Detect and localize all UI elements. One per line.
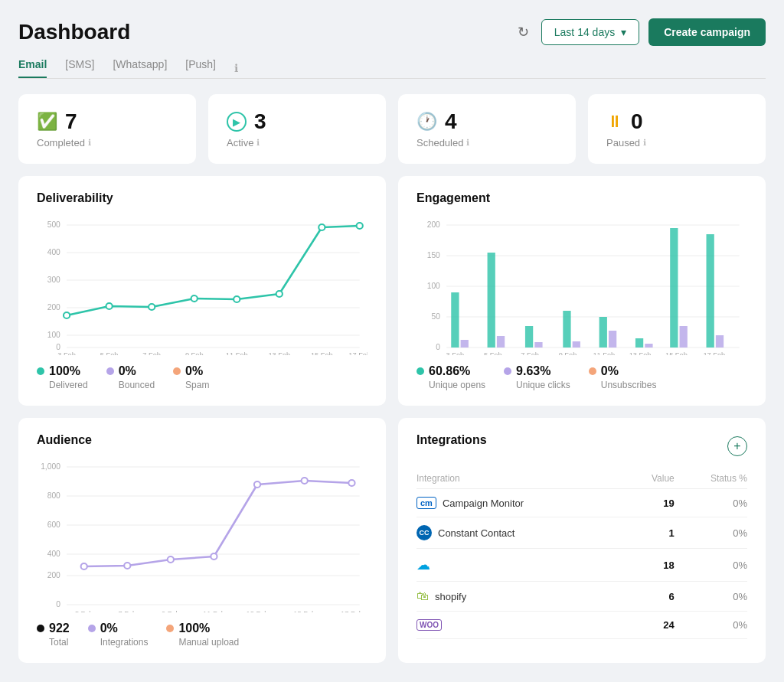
shopify-label: shopify <box>435 591 466 602</box>
tab-info-icon[interactable]: ℹ <box>234 62 238 74</box>
svg-point-16 <box>234 296 240 302</box>
svg-rect-48 <box>635 338 643 348</box>
integration-name-cc: CC Constant Contact <box>416 525 629 540</box>
svg-text:5 Feb: 5 Feb <box>100 351 119 355</box>
svg-text:17 Feb: 17 Feb <box>703 351 725 355</box>
svg-text:500: 500 <box>47 220 61 229</box>
unique-opens-dot <box>416 367 424 375</box>
sf-value: 18 <box>629 549 675 582</box>
svg-text:15 Feb: 15 Feb <box>311 351 333 355</box>
table-row: cm Campaign Monitor 19 0% <box>416 489 747 517</box>
manual-upload-dot <box>166 625 174 632</box>
svg-text:400: 400 <box>47 550 61 558</box>
paused-label: Paused ℹ <box>606 137 747 148</box>
legend-unique-opens: 60.86% Unique opens <box>416 364 485 390</box>
svg-text:200: 200 <box>427 220 441 229</box>
svg-point-12 <box>64 312 70 318</box>
svg-text:0: 0 <box>436 343 440 351</box>
svg-text:150: 150 <box>427 251 441 259</box>
svg-text:13 Feb: 13 Feb <box>268 351 290 355</box>
shopify-status: 0% <box>675 582 747 612</box>
create-campaign-button[interactable]: Create campaign <box>648 18 766 46</box>
svg-text:11 Feb: 11 Feb <box>593 351 615 355</box>
table-row: CC Constant Contact 1 0% <box>416 517 747 549</box>
svg-point-75 <box>124 563 130 569</box>
svg-rect-53 <box>716 335 724 348</box>
integration-name-sf: ☁ Salesforce <box>416 556 629 573</box>
active-value: 3 <box>254 109 266 134</box>
svg-point-77 <box>211 553 217 560</box>
cm-label: Campaign Monitor <box>443 498 524 509</box>
legend-integrations: 0% Integrations <box>88 622 149 648</box>
cm-logo-icon: cm <box>416 497 436 509</box>
integrations-card: Integrations + Integration Value Status … <box>398 418 766 663</box>
deliverability-chart: 500 400 300 200 100 0 <box>37 217 368 355</box>
svg-rect-51 <box>680 326 688 348</box>
svg-text:3 Feb: 3 Feb <box>446 351 465 355</box>
active-icon: ▶ <box>227 112 247 132</box>
deliverability-legend: 100% Delivered 0% Bounced 0% Spam <box>37 364 368 390</box>
sf-logo-icon: ☁ <box>416 556 430 573</box>
add-integration-button[interactable]: + <box>727 436 747 456</box>
svg-text:7 Feb: 7 Feb <box>142 351 161 355</box>
svg-rect-42 <box>525 326 533 348</box>
stats-row: ✅ 7 Completed ℹ ▶ 3 Active ℹ 🕐 4 Schedul… <box>18 94 766 164</box>
svg-text:100: 100 <box>427 282 441 290</box>
deliverability-title: Deliverability <box>37 191 368 205</box>
svg-rect-52 <box>707 234 714 348</box>
audience-card: Audience 1,000 800 600 400 200 0 <box>18 418 386 663</box>
svg-text:9 Feb: 9 Feb <box>162 610 180 612</box>
stat-paused: ⏸ 0 Paused ℹ <box>588 94 766 164</box>
tab-email[interactable]: Email <box>18 58 47 78</box>
audience-legend: 922 Total 0% Integrations 100% Manual up… <box>37 622 368 648</box>
svg-rect-50 <box>670 228 678 348</box>
svg-text:5 Feb: 5 Feb <box>75 610 93 612</box>
svg-text:17 Feb: 17 Feb <box>341 610 363 612</box>
svg-point-76 <box>168 556 174 563</box>
date-range-dropdown[interactable]: Last 14 days ▾ <box>541 19 639 45</box>
chevron-down-icon: ▾ <box>621 26 626 38</box>
legend-manual-upload: 100% Manual upload <box>166 622 239 648</box>
bounced-dot <box>106 367 114 375</box>
tab-whatsapp[interactable]: [Whatsapp] <box>113 58 167 78</box>
cc-logo-icon: CC <box>416 525 432 540</box>
engagement-chart: 200 150 100 50 0 <box>416 217 747 355</box>
completed-label: Completed ℹ <box>37 137 178 148</box>
svg-rect-38 <box>451 292 459 348</box>
refresh-button[interactable]: ↻ <box>514 21 532 44</box>
deliverability-card: Deliverability 500 400 300 200 100 0 <box>18 176 386 406</box>
svg-point-78 <box>254 481 260 488</box>
legend-delivered: 100% Delivered <box>37 364 88 390</box>
woo-logo-icon: WOO <box>416 619 442 631</box>
svg-text:0: 0 <box>56 600 60 609</box>
tab-sms[interactable]: [SMS] <box>65 58 94 78</box>
legend-unsubscribes: 0% Unsubscribes <box>589 364 657 390</box>
cc-label: Constant Contact <box>438 527 514 539</box>
stat-scheduled: 🕐 4 Scheduled ℹ <box>398 94 576 164</box>
svg-rect-49 <box>645 344 652 348</box>
table-row: 🛍 shopify 6 0% <box>416 582 747 612</box>
svg-text:13 Feb: 13 Feb <box>247 610 269 612</box>
cm-value: 19 <box>629 489 675 517</box>
woo-status: 0% <box>675 612 747 639</box>
spam-dot <box>173 367 181 375</box>
stat-completed: ✅ 7 Completed ℹ <box>18 94 196 164</box>
integration-name-shopify: 🛍 shopify <box>416 589 629 603</box>
integrations-table: Integration Value Status % cm Campaign M… <box>416 468 747 639</box>
table-row: WOO WooCommerce 24 0% <box>416 612 747 639</box>
svg-rect-39 <box>461 340 469 348</box>
legend-total: 922 Total <box>37 622 70 648</box>
svg-text:100: 100 <box>47 331 61 339</box>
svg-rect-44 <box>563 311 570 348</box>
woo-value: 24 <box>629 612 675 639</box>
shopify-logo-icon: 🛍 <box>416 589 429 603</box>
completed-icon: ✅ <box>37 112 57 132</box>
paused-value: 0 <box>631 109 643 134</box>
sf-status: 0% <box>675 549 747 582</box>
legend-unique-clicks: 9.63% Unique clicks <box>504 364 570 390</box>
svg-text:7 Feb: 7 Feb <box>118 610 136 612</box>
tab-push[interactable]: [Push] <box>185 58 216 78</box>
table-row: ☁ Salesforce 18 0% <box>416 549 747 582</box>
scheduled-label: Scheduled ℹ <box>416 137 557 148</box>
svg-point-80 <box>348 480 354 486</box>
